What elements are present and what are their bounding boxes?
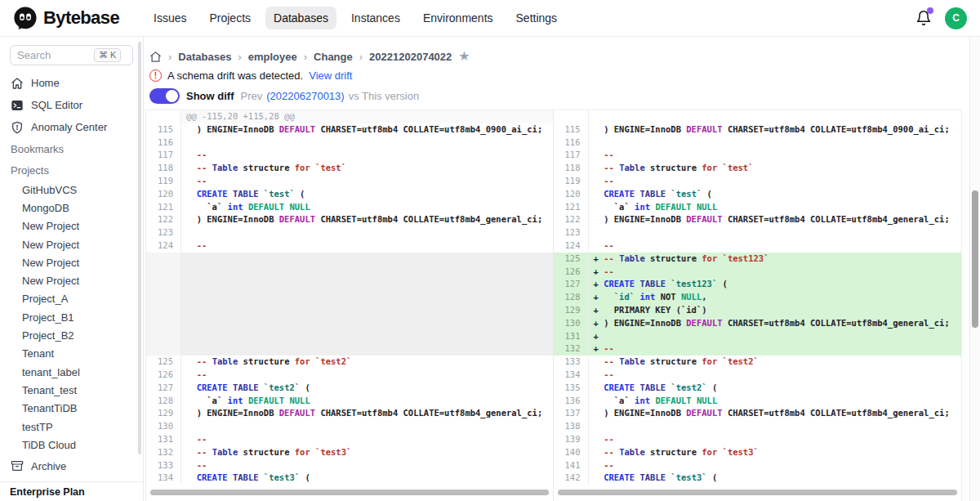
- nav-item-settings[interactable]: Settings: [508, 7, 566, 29]
- show-diff-toggle[interactable]: [149, 88, 180, 104]
- sidebar-item-home[interactable]: Home: [0, 72, 143, 94]
- project-list: GitHubVCSMongoDBNew ProjectNew ProjectNe…: [0, 181, 143, 454]
- project-item-project-b2-8[interactable]: Project_B2: [0, 326, 143, 344]
- main-nav: IssuesProjectsDatabasesInstancesEnvironm…: [145, 7, 565, 29]
- line-number: [146, 253, 181, 266]
- project-item-tenant-9[interactable]: Tenant: [0, 345, 143, 363]
- diff-row-left-117: 117 --: [146, 149, 553, 162]
- code-line: -- Table structure for `test2`: [589, 356, 962, 369]
- line-number: 119: [554, 175, 589, 188]
- line-number: 141: [554, 459, 589, 472]
- diff-row-left-130: 130: [146, 420, 553, 433]
- project-item-new-project-2[interactable]: New Project: [0, 217, 143, 235]
- diff-row-right-137: 137 ) ENGINE=InnoDB DEFAULT CHARSET=utf8…: [554, 407, 962, 420]
- line-number: 129: [146, 407, 181, 420]
- line-number: 131: [146, 433, 181, 446]
- bookmark-star-icon[interactable]: ★: [458, 50, 470, 63]
- line-number: 142: [554, 472, 589, 485]
- nav-item-databases[interactable]: Databases: [265, 7, 336, 29]
- search-box[interactable]: ⌘ K: [10, 45, 133, 65]
- sidebar-item-archive[interactable]: Archive: [0, 454, 143, 478]
- project-item-mongodb-1[interactable]: MongoDB: [0, 199, 143, 217]
- nav-item-environments[interactable]: Environments: [415, 7, 501, 29]
- code-line: [589, 226, 962, 239]
- project-item-testtp-13[interactable]: testTP: [0, 418, 143, 436]
- project-item-githubvcs-0[interactable]: GitHubVCS: [0, 181, 143, 199]
- sidebar-item-label: Anomaly Center: [31, 121, 107, 133]
- breadcrumb-item-change[interactable]: Change: [314, 51, 353, 63]
- code-line: `a` int DEFAULT NULL: [181, 201, 553, 214]
- bytebase-logo-icon: [13, 6, 38, 30]
- diff-row-right-121: 121 `a` int DEFAULT NULL: [554, 201, 962, 214]
- line-number: 126: [554, 266, 589, 279]
- code-line: --: [181, 369, 553, 382]
- diff-row-right-129: 129+ PRIMARY KEY (`id`): [554, 304, 962, 317]
- nav-item-projects[interactable]: Projects: [201, 7, 259, 29]
- sidebar-scrollbar[interactable]: [138, 42, 141, 454]
- project-item-new-project-5[interactable]: New Project: [0, 271, 143, 289]
- notifications-button[interactable]: [915, 10, 932, 26]
- nav-item-issues[interactable]: Issues: [145, 7, 194, 29]
- diff-row-left-128: 128 `a` int DEFAULT NULL: [146, 395, 553, 408]
- line-number: 125: [554, 253, 589, 266]
- diff-row-left-hunk: @@ -115,20 +115,28 @@: [146, 110, 553, 123]
- project-item-tenant-test-11[interactable]: Tenant_test: [0, 381, 143, 399]
- archive-icon: [11, 459, 24, 472]
- left-horizontal-scrollbar[interactable]: [150, 490, 549, 495]
- code-line: --: [589, 433, 962, 446]
- diff-row-right-123: 123: [554, 226, 962, 239]
- page-scrollbar-thumb[interactable]: [972, 190, 978, 328]
- line-number: 122: [554, 213, 589, 226]
- breadcrumb-item-databases[interactable]: Databases: [178, 51, 231, 63]
- code-line: --: [589, 239, 962, 253]
- project-item-project-b1-7[interactable]: Project_B1: [0, 308, 143, 326]
- warning-icon: !: [149, 69, 162, 82]
- breadcrumb-item-employee[interactable]: employee: [248, 51, 297, 63]
- sidebar-item-label: Home: [31, 77, 60, 89]
- right-horizontal-scrollbar[interactable]: [558, 490, 958, 495]
- code-line: [589, 136, 962, 150]
- code-line: [181, 330, 553, 343]
- code-line: -- Table structure for `test3`: [181, 446, 553, 459]
- line-number: 130: [554, 317, 589, 330]
- diff-row-right-132: 132+ --: [554, 342, 962, 356]
- code-line: + `id` int NOT NULL,: [589, 291, 962, 304]
- code-line: -- Table structure for `test2`: [181, 356, 553, 369]
- view-drift-link[interactable]: View drift: [309, 69, 352, 82]
- diff-row-left-pad: [146, 330, 553, 343]
- project-item-tenant-label-10[interactable]: tenant_label: [0, 363, 143, 381]
- code-line: ) ENGINE=InnoDB DEFAULT CHARSET=utf8mb4 …: [181, 407, 553, 420]
- sidebar-item-label: SQL Editor: [31, 99, 82, 111]
- search-input[interactable]: [17, 49, 91, 61]
- nav-item-instances[interactable]: Instances: [343, 7, 408, 29]
- code-line: [181, 136, 553, 150]
- project-item-tidb-cloud-14[interactable]: TiDB Cloud: [0, 436, 143, 454]
- line-number: 136: [554, 395, 589, 408]
- line-number: [146, 342, 181, 356]
- sidebar: ⌘ K HomeSQL EditorAnomaly Center Bookmar…: [0, 37, 144, 501]
- home-icon[interactable]: [149, 51, 162, 63]
- project-item-new-project-3[interactable]: New Project: [0, 235, 143, 253]
- diff-row-right-135: 135 CREATE TABLE `test2` (: [554, 382, 962, 395]
- diff-row-right-118: 118 -- Table structure for `test`: [554, 162, 962, 175]
- code-line: --: [181, 239, 553, 253]
- project-item-new-project-4[interactable]: New Project: [0, 253, 143, 271]
- code-line: ) ENGINE=InnoDB DEFAULT CHARSET=utf8mb4 …: [589, 123, 962, 136]
- code-line: --: [181, 459, 553, 472]
- breadcrumb-item-20221202074022[interactable]: 20221202074022: [369, 51, 452, 63]
- diff-row-right-131: 131+: [554, 330, 962, 343]
- section-projects: Projects: [0, 159, 143, 181]
- sidebar-item-anomaly-center[interactable]: Anomaly Center: [0, 116, 143, 138]
- project-item-project-a-6[interactable]: Project_A: [0, 290, 143, 308]
- diff-row-right-138: 138: [554, 420, 962, 433]
- prev-version-link[interactable]: (202206270013): [266, 90, 344, 102]
- avatar[interactable]: C: [945, 7, 967, 29]
- line-number: 129: [554, 304, 589, 317]
- project-item-tenanttidb-12[interactable]: TenantTiDB: [0, 400, 143, 418]
- diff-row-right-120: 120 CREATE TABLE `test` (: [554, 188, 962, 201]
- diff-row-right-115: 115 ) ENGINE=InnoDB DEFAULT CHARSET=utf8…: [554, 123, 962, 136]
- sidebar-item-sql-editor[interactable]: SQL Editor: [0, 94, 143, 116]
- page-scrollbar[interactable]: [969, 37, 980, 501]
- line-number: 140: [554, 446, 589, 459]
- bytebase-logo[interactable]: Bytebase: [13, 6, 145, 30]
